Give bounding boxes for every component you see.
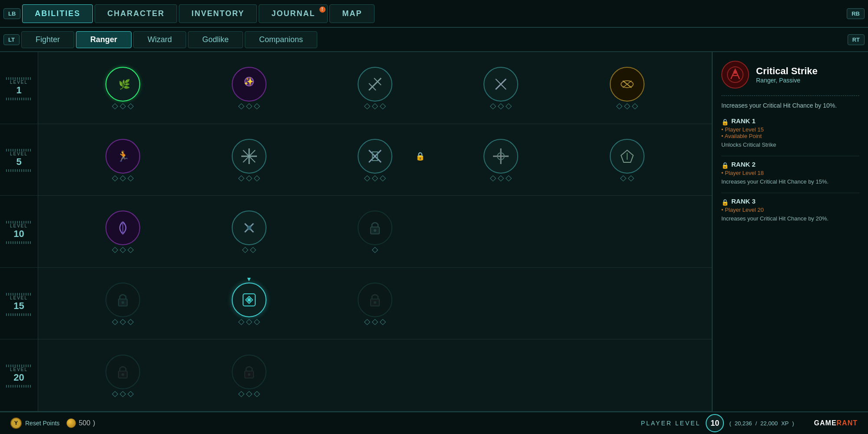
rank-3-req-level: • Player Level 20	[721, 207, 859, 213]
left-bumper[interactable]: LB	[3, 8, 20, 19]
level-label-20: LEVEL	[10, 367, 28, 372]
tab-map[interactable]: MAP	[329, 4, 375, 23]
level-num-1: 1	[16, 85, 21, 96]
level-row-10: LEVEL 10	[0, 196, 38, 268]
detail-skill-icon	[721, 61, 749, 89]
right-bumper[interactable]: RB	[847, 8, 865, 19]
rank-3-header: 🔒 RANK 3	[721, 197, 859, 207]
xp-suffix: XP	[781, 420, 789, 427]
level-num-20: 20	[13, 372, 24, 383]
sub-navigation: LT Fighter Ranger Wizard Godlike Compani…	[0, 28, 868, 52]
svg-point-30	[122, 301, 124, 304]
reset-points-button[interactable]: Y Reset Points	[10, 418, 59, 429]
skill-icon-2-5[interactable]	[610, 139, 644, 174]
skill-icon-3-1[interactable]	[105, 210, 140, 245]
gold-value: 500	[79, 419, 90, 427]
dot	[624, 103, 630, 109]
dot	[242, 247, 248, 253]
skill-col-5-2	[208, 355, 290, 396]
skill-dots-1-3	[365, 104, 385, 108]
dot	[620, 175, 626, 181]
skill-icon-1-3[interactable]	[358, 67, 392, 102]
skill-dots-4-3	[365, 320, 385, 324]
right-trigger[interactable]: RT	[848, 34, 865, 45]
skill-col-1-1: 🌿	[82, 67, 164, 108]
xp-current-value: 20,236	[735, 420, 752, 427]
skill-col-4-3	[334, 283, 416, 324]
tab-fighter[interactable]: Fighter	[21, 31, 74, 48]
level-row-1: LEVEL 1	[0, 52, 38, 124]
rank-1-description: Unlocks Critical Strike	[721, 141, 859, 149]
skill-row-level-5: 🏃	[38, 124, 712, 196]
dot	[120, 175, 126, 181]
skill-icon-1-5[interactable]	[610, 67, 644, 102]
skill-col-4-2: ▼	[208, 283, 290, 324]
skill-icon-2-4[interactable]	[483, 139, 518, 174]
skill-icon-1-1[interactable]: 🌿	[105, 67, 140, 102]
dot	[372, 175, 378, 181]
dot	[364, 103, 370, 109]
tab-wizard[interactable]: Wizard	[133, 31, 186, 48]
gamerant-text-2: RANT	[837, 419, 858, 427]
dot	[120, 391, 126, 397]
xp-display: ( 20,236 / 22,000 XP )	[729, 420, 794, 427]
rank-divider-2	[721, 193, 859, 193]
xp-max-value: 22,000	[760, 420, 778, 427]
dot	[112, 175, 118, 181]
dot	[112, 391, 118, 397]
skill-icon-4-3-locked[interactable]	[358, 283, 392, 317]
skill-icon-4-2-active[interactable]	[232, 283, 266, 317]
gold-amount-display: 500 )	[66, 418, 95, 428]
journal-notification: !	[319, 7, 326, 13]
tab-inventory[interactable]: INVENTORY	[179, 4, 257, 23]
skill-icon-5-1-locked[interactable]	[105, 355, 140, 389]
level-label-10: LEVEL	[10, 224, 28, 228]
skill-icon-2-3[interactable]	[358, 139, 392, 174]
rank-2-lock-icon: 🔒	[721, 162, 729, 169]
dot	[254, 175, 260, 181]
dot	[128, 319, 134, 325]
left-trigger[interactable]: LT	[3, 34, 20, 45]
skill-dots-2-3	[365, 176, 385, 181]
skill-icon-3-3-locked[interactable]	[358, 210, 392, 245]
skill-dots-4-2	[239, 320, 259, 324]
tab-abilities[interactable]: ABILITIES	[22, 4, 93, 23]
skill-icon-1-4[interactable]	[483, 67, 518, 102]
tab-companions[interactable]: Companions	[245, 31, 317, 48]
skill-icon-2-1[interactable]: 🏃	[105, 139, 140, 174]
xp-separator: /	[755, 420, 757, 427]
skill-dots-2-2	[239, 176, 259, 181]
level-ticks-bot	[6, 98, 32, 100]
dot	[380, 175, 386, 181]
reset-button-icon: Y	[10, 418, 22, 429]
gold-coin-icon	[66, 418, 76, 428]
tab-ranger[interactable]: Ranger	[76, 31, 132, 48]
skill-icon-1-2[interactable]: ✨	[232, 67, 266, 102]
skill-col-3-2	[208, 210, 290, 252]
tab-journal[interactable]: JOURNAL !	[259, 4, 328, 23]
xp-current: (	[729, 420, 731, 427]
skill-dots-1-1	[113, 104, 133, 108]
main-content: LEVEL 1 LEVEL 5 LEVEL 10 LEVEL 15 LEVEL …	[0, 52, 868, 411]
rank-1-header: 🔒 RANK 1	[721, 117, 859, 126]
svg-point-36	[122, 373, 124, 376]
lock-indicator-2-3: 🔒	[415, 151, 425, 161]
dot	[120, 247, 126, 253]
skill-icon-3-2[interactable]	[232, 210, 266, 245]
skill-dots-5-1	[113, 392, 133, 396]
dot	[490, 103, 496, 109]
tab-godlike[interactable]: Godlike	[188, 31, 243, 48]
dot	[120, 319, 126, 325]
skill-icon-4-1-locked[interactable]	[105, 283, 140, 317]
dot	[128, 247, 134, 253]
rank-2-title: RANK 2	[731, 161, 756, 168]
player-level-circle: 10	[706, 414, 724, 432]
skill-dots-1-4	[491, 104, 511, 108]
rank-3-description: Increases your Critical Hit Chance by 20…	[721, 215, 859, 223]
skill-icon-2-2[interactable]	[232, 139, 266, 174]
skill-icon-5-2-locked[interactable]	[232, 355, 266, 389]
tab-character[interactable]: CHARACTER	[95, 4, 177, 23]
dot	[364, 319, 370, 325]
dot	[372, 247, 378, 253]
dot	[372, 103, 378, 109]
